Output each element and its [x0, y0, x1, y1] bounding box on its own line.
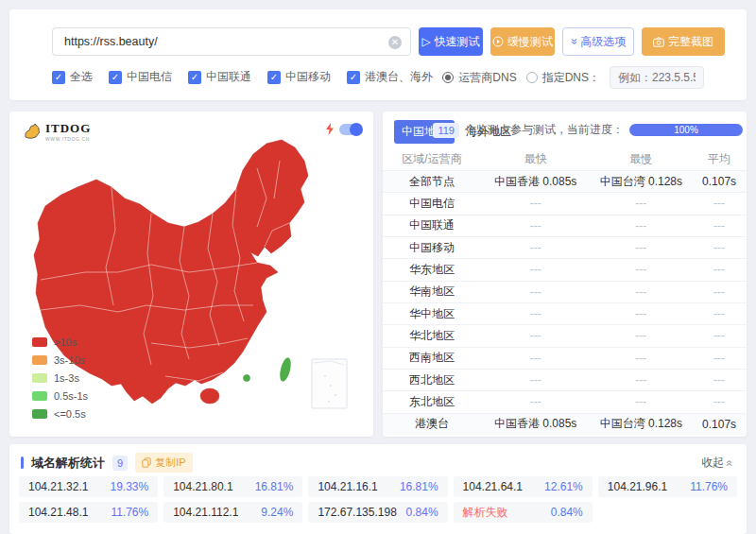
fastest-cell: --- [481, 219, 591, 233]
fastest-cell: --- [481, 307, 591, 320]
fastest-cell: --- [481, 373, 591, 387]
legend-item: 0.5s-1s [32, 390, 88, 402]
table-row[interactable]: 东北地区 --- --- --- [383, 390, 747, 412]
table-row[interactable]: 华东地区 --- --- --- [383, 258, 747, 280]
table-row[interactable]: 全部节点 中国香港 0.085s 中国台湾 0.128s 0.107s [383, 170, 747, 192]
dns-count-badge: 9 [112, 456, 128, 471]
table-row[interactable]: 华北地区 --- --- --- [383, 324, 747, 346]
average-cell: --- [692, 373, 747, 387]
slowest-cell: --- [590, 352, 692, 365]
average-cell: --- [692, 197, 747, 210]
copy-ip-button[interactable]: 复制IP [135, 453, 192, 473]
copy-icon [142, 457, 151, 468]
slowest-cell: --- [590, 373, 692, 387]
play-circle-icon [492, 36, 504, 47]
fast-test-button[interactable]: ▷ 快速测试 [419, 27, 483, 56]
fastest-cell: --- [481, 241, 591, 254]
custom-dns-input[interactable] [610, 66, 704, 89]
slowest-cell: 中国台湾 0.128s [590, 174, 692, 190]
average-cell: --- [692, 395, 747, 408]
advanced-options-button[interactable]: « 高级选项 [562, 27, 634, 56]
legend-item: >10s [32, 336, 88, 348]
fastest-cell: 中国香港 0.085s [481, 416, 591, 432]
ip-entry[interactable]: 104.21.16.1 16.81% [308, 476, 447, 497]
collapse-button[interactable]: 收起 « [701, 455, 733, 471]
progress-bar: 100% [629, 124, 743, 136]
average-cell: --- [692, 241, 747, 254]
legend-swatch [32, 409, 47, 419]
table-row[interactable]: 港澳台 中国香港 0.085s 中国台湾 0.128s 0.107s [383, 413, 747, 435]
region-cell: 西北地区 [383, 372, 481, 388]
legend-item: 1s-3s [32, 372, 88, 384]
table-row[interactable]: 中国移动 --- --- --- [383, 236, 747, 258]
table-row[interactable]: 华南地区 --- --- --- [383, 281, 747, 302]
slowest-cell: --- [590, 219, 692, 233]
ip-entry-failed[interactable]: 解析失败 0.84% [454, 502, 593, 523]
table-row[interactable]: 西南地区 --- --- --- [383, 347, 747, 369]
region-cell: 中国电信 [383, 196, 481, 212]
checkbox-hmt-overseas[interactable]: ✓ 港澳台、海外 [347, 69, 433, 85]
table-row[interactable]: 西北地区 --- --- --- [383, 369, 747, 390]
checkbox-china-unicom[interactable]: ✓ 中国联通 [188, 69, 251, 85]
region-cell: 东北地区 [383, 394, 481, 410]
radio-selected-icon [442, 72, 454, 83]
slowest-cell: --- [590, 263, 692, 276]
region-cell: 华南地区 [383, 284, 481, 300]
results-table: 区域/运营商 最快 最慢 平均 全部节点 中国香港 0.085s 中国台湾 0.… [383, 147, 747, 435]
ip-entry[interactable]: 172.67.135.198 0.84% [308, 502, 447, 523]
slowest-cell: --- [590, 307, 692, 320]
checkbox-china-telecom[interactable]: ✓ 中国电信 [109, 69, 172, 85]
table-row[interactable]: 华中地区 --- --- --- [383, 302, 747, 324]
dns-option-row: 运营商DNS 指定DNS： [442, 66, 704, 89]
table-header: 区域/运营商 最快 最慢 平均 [383, 147, 747, 170]
checkbox-checked-icon: ✓ [347, 71, 360, 84]
region-cell: 西南地区 [383, 350, 481, 366]
fastest-cell: --- [481, 285, 591, 299]
dns-stats-card: 域名解析统计 9 复制IP 收起 « 104.21.32.1 19.33% 10… [9, 444, 747, 534]
ip-entry[interactable]: 104.21.48.1 11.76% [19, 502, 158, 523]
chevron-double-down-icon: « [568, 39, 579, 45]
slowest-cell: --- [590, 395, 692, 408]
hainan-island [200, 388, 219, 404]
itdog-logo: ITDOG WWW.ITDOG.CN [23, 121, 91, 142]
region-cell: 华北地区 [383, 328, 481, 344]
ip-entry[interactable]: 104.21.32.1 19.33% [19, 476, 158, 497]
play-icon: ▷ [421, 35, 430, 48]
average-cell: 0.107s [692, 418, 747, 431]
url-input[interactable]: https://rss.beauty/ ✕ [52, 27, 411, 56]
ip-entry[interactable]: 104.21.112.1 9.24% [163, 502, 302, 523]
region-cell: 中国移动 [383, 240, 481, 256]
legend-item: <=0.5s [32, 408, 88, 420]
slowest-cell: --- [590, 285, 692, 299]
fastest-cell: --- [481, 352, 591, 365]
fastest-cell: --- [481, 263, 591, 276]
region-cell: 华东地区 [383, 262, 481, 278]
radio-custom-dns[interactable]: 指定DNS： [526, 70, 600, 86]
average-cell: --- [692, 352, 747, 365]
fastest-cell: --- [481, 329, 591, 342]
ip-entry[interactable]: 104.21.96.1 11.76% [598, 476, 737, 497]
checkbox-select-all[interactable]: ✓ 全选 [52, 69, 93, 85]
ip-entry[interactable]: 104.21.80.1 16.81% [163, 476, 302, 497]
logo-subtitle: WWW.ITDOG.CN [45, 136, 91, 142]
table-row[interactable]: 中国联通 --- --- --- [383, 215, 747, 236]
dog-icon [23, 123, 42, 140]
checkbox-checked-icon: ✓ [267, 71, 281, 84]
region-cell: 全部节点 [383, 174, 481, 190]
section-accent-bar [21, 456, 24, 469]
checkbox-china-mobile[interactable]: ✓ 中国移动 [267, 69, 331, 85]
screenshot-button[interactable]: 完整截图 [642, 27, 725, 56]
south-china-sea-inset [312, 359, 347, 408]
table-row[interactable]: 中国电信 --- --- --- [383, 192, 747, 214]
clear-icon[interactable]: ✕ [388, 36, 402, 49]
lightning-icon [325, 123, 335, 135]
map-mode-toggle[interactable] [339, 124, 362, 135]
radio-carrier-dns[interactable]: 运营商DNS [442, 70, 516, 86]
map-card: ITDOG WWW.ITDOG.CN [9, 112, 373, 437]
slow-test-button[interactable]: 缓慢测试 [490, 27, 555, 56]
logo-title: ITDOG [45, 121, 91, 136]
ip-entry[interactable]: 104.21.64.1 12.61% [454, 476, 593, 497]
slowest-cell: --- [590, 329, 692, 342]
hongkong-dot [244, 375, 250, 382]
monitor-count-badge: 119 [433, 123, 459, 138]
